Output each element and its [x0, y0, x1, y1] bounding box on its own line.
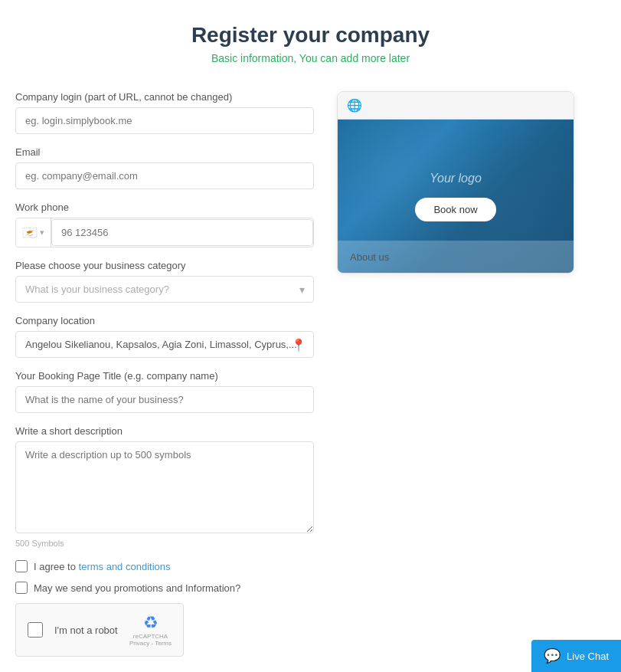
description-label: Write a short description — [15, 425, 314, 437]
terms-link[interactable]: terms and conditions — [79, 561, 171, 572]
page-subtitle: Basic information, You can add more late… — [15, 52, 606, 64]
preview-about: About us — [338, 241, 574, 273]
recaptcha-checkbox[interactable] — [28, 622, 43, 638]
page-header: Register your company Basic information,… — [15, 23, 606, 64]
promotions-checkbox-group: May we send you promotions and Informati… — [15, 582, 314, 594]
booking-title-group: Your Booking Page Title (e.g. company na… — [15, 370, 314, 413]
recaptcha-widget[interactable]: I'm not a robot ♻ reCAPTCHA Privacy - Te… — [15, 603, 184, 657]
preview-hero: Your logo Book now About us — [338, 120, 574, 273]
email-input[interactable] — [15, 162, 314, 189]
company-location-label: Company location — [15, 315, 314, 326]
chat-icon: 💬 — [544, 647, 561, 664]
terms-label[interactable]: I agree to terms and conditions — [34, 561, 171, 572]
registration-form: Company login (part of URL, cannot be ch… — [15, 91, 314, 657]
preview-section: 🌐 Your logo Book now About us — [337, 91, 606, 274]
location-pin-icon: 📍 — [291, 337, 306, 352]
business-category-select-wrapper: What is your business category? ▾ — [15, 276, 314, 303]
book-now-button[interactable]: Book now — [415, 198, 495, 221]
recaptcha-label: I'm not a robot — [54, 624, 118, 636]
recaptcha-logo: ♻ reCAPTCHA Privacy - Terms — [129, 613, 172, 647]
live-chat-label: Live Chat — [567, 651, 609, 662]
company-login-group: Company login (part of URL, cannot be ch… — [15, 91, 314, 134]
preview-card: 🌐 Your logo Book now About us — [337, 91, 574, 274]
preview-toolbar: 🌐 — [338, 92, 574, 120]
business-category-select[interactable]: What is your business category? — [15, 276, 314, 303]
phone-label: Work phone — [15, 202, 314, 213]
recaptcha-brand: reCAPTCHA — [133, 633, 168, 640]
business-category-group: Please choose your business category Wha… — [15, 260, 314, 303]
email-label: Email — [15, 146, 314, 158]
booking-title-label: Your Booking Page Title (e.g. company na… — [15, 370, 314, 382]
terms-checkbox[interactable] — [15, 560, 28, 572]
page-title: Register your company — [15, 23, 606, 48]
company-location-group: Company location 📍 — [15, 315, 314, 358]
promotions-checkbox[interactable] — [15, 582, 28, 594]
recaptcha-privacy: Privacy - Terms — [129, 640, 172, 647]
company-login-label: Company login (part of URL, cannot be ch… — [15, 91, 314, 103]
phone-group: Work phone 🇨🇾 ▾ — [15, 202, 314, 247]
email-group: Email — [15, 146, 314, 189]
live-chat-button[interactable]: 💬 Live Chat — [531, 640, 621, 672]
description-group: Write a short description 500 Symbols — [15, 425, 314, 548]
about-us-label: About us — [350, 251, 389, 263]
location-input-wrapper: 📍 — [15, 331, 314, 358]
phone-input-wrapper: 🇨🇾 ▾ — [15, 218, 314, 247]
phone-number-input[interactable] — [51, 219, 313, 246]
recaptcha-icon: ♻ — [143, 613, 159, 633]
company-login-input[interactable] — [15, 107, 314, 134]
business-category-label: Please choose your business category — [15, 260, 314, 271]
char-count: 500 Symbols — [15, 539, 314, 548]
location-input[interactable] — [15, 331, 314, 358]
description-textarea[interactable] — [15, 441, 314, 533]
main-content: Company login (part of URL, cannot be ch… — [15, 91, 606, 657]
terms-checkbox-group: I agree to terms and conditions — [15, 560, 314, 572]
promotions-label[interactable]: May we send you promotions and Informati… — [34, 582, 240, 594]
page-container: Register your company Basic information,… — [0, 0, 621, 672]
your-logo-text: Your logo — [430, 172, 482, 185]
booking-title-input[interactable] — [15, 386, 314, 413]
phone-flag[interactable]: 🇨🇾 ▾ — [16, 218, 51, 247]
globe-icon: 🌐 — [347, 98, 362, 113]
